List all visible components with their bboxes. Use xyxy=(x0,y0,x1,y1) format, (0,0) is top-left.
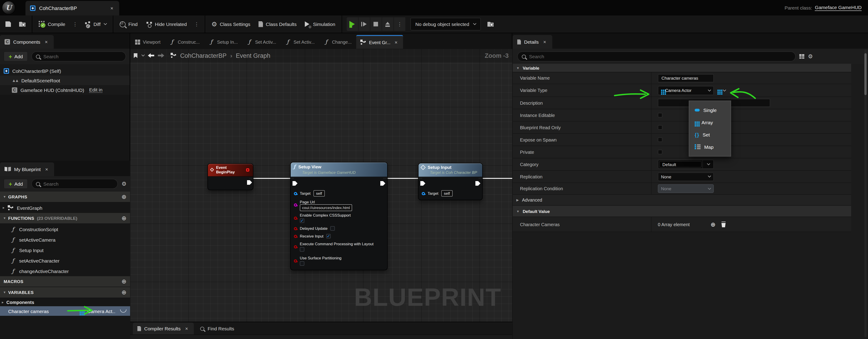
close-icon[interactable]: × xyxy=(184,326,189,332)
eject-button[interactable] xyxy=(382,17,394,31)
menu-item-array[interactable]: Array xyxy=(689,116,731,128)
scrollbar-thumb[interactable] xyxy=(864,53,867,95)
list-item-eventgraph[interactable]: ▸ EventGraph xyxy=(0,203,130,213)
enable-css-checkbox[interactable]: ✓ xyxy=(300,218,304,223)
details-settings-gear-icon[interactable]: ⚙ xyxy=(808,54,813,59)
edit-in-link[interactable]: Edit in xyxy=(89,87,102,93)
list-item-constructionscript[interactable]: ƒConstructionScript xyxy=(0,224,130,234)
add-function-icon[interactable]: ⊕ xyxy=(121,215,126,222)
tab-event-graph[interactable]: Event Gr...× xyxy=(356,35,403,49)
compile-options-icon[interactable]: ⋮ xyxy=(72,21,79,27)
details-scrollbar[interactable] xyxy=(864,50,867,337)
details-search-input[interactable]: Search xyxy=(517,52,796,61)
target-value[interactable]: self xyxy=(441,190,453,196)
list-item-setactivecamera[interactable]: ƒsetActiveCamera xyxy=(0,234,130,245)
exec-out-pin[interactable] xyxy=(380,181,385,186)
event-graph-canvas[interactable]: CohCharacterBP › Event Graph Zoom -3 Eve… xyxy=(130,49,512,322)
expose-on-spawn-checkbox[interactable] xyxy=(658,137,662,142)
list-item-setup-input[interactable]: ƒSetup Input xyxy=(0,245,130,255)
node-event-beginplay[interactable]: Event BeginPlay xyxy=(208,163,253,190)
expand-icon[interactable]: ▸ xyxy=(3,206,5,210)
tab-find-results[interactable]: Find Results xyxy=(200,322,234,334)
close-icon[interactable]: × xyxy=(43,39,49,45)
surface-partitioning-checkbox[interactable] xyxy=(300,261,304,266)
add-macro-icon[interactable]: ⊕ xyxy=(121,278,126,285)
simulation-button[interactable]: Simulation xyxy=(303,19,337,29)
target-pin[interactable] xyxy=(422,192,425,195)
private-checkbox[interactable] xyxy=(658,150,662,154)
save-button[interactable] xyxy=(4,20,13,29)
tab-change-active[interactable]: ƒChange... xyxy=(319,35,356,49)
compile-button[interactable]: Compile xyxy=(37,19,67,29)
add-blueprint-item-button[interactable]: +Add xyxy=(4,179,28,189)
close-icon[interactable]: × xyxy=(44,166,50,172)
component-row-defaultsceneroot[interactable]: ▲▲ DefaultSceneRoot xyxy=(0,75,130,85)
delegate-pin-icon[interactable] xyxy=(246,168,249,171)
nav-back-icon[interactable] xyxy=(148,53,154,58)
section-variables[interactable]: ▾ VARIABLES ⊕ xyxy=(0,287,130,298)
page-url-pin[interactable] xyxy=(294,204,297,207)
bookmark-chevron-icon[interactable] xyxy=(142,53,145,56)
component-row-gameface-hud[interactable]: Gameface HUD (CohtmlHUD) Edit in xyxy=(0,85,130,95)
blueprint-options-gear-icon[interactable]: ⚙ xyxy=(121,181,126,187)
tab-set-active-character[interactable]: ƒSet Activ... xyxy=(281,35,319,49)
play-button[interactable] xyxy=(347,17,359,31)
diff-button[interactable]: Diff xyxy=(83,19,108,29)
nav-forward-icon[interactable] xyxy=(158,53,164,58)
menu-item-set[interactable]: { }Set xyxy=(689,128,731,141)
stop-button[interactable] xyxy=(370,17,382,31)
hide-unrelated-button[interactable]: Hide Unrelated xyxy=(144,20,189,29)
exec-in-pin[interactable] xyxy=(420,181,425,186)
tab-compiler-results[interactable]: Compiler Results × xyxy=(133,322,194,334)
breadcrumb-page[interactable]: Event Graph xyxy=(236,52,271,59)
section-default-value[interactable]: ▼ Default Value xyxy=(513,206,851,217)
display-options-icon[interactable] xyxy=(799,54,804,59)
list-item-changeactivecharacter[interactable]: ƒchangeActiveCharacter xyxy=(0,266,130,276)
variable-row-character-cameras[interactable]: Character cameras Camera Act... xyxy=(0,306,130,316)
section-macros[interactable]: MACROS ⊕ xyxy=(0,276,130,287)
class-settings-button[interactable]: ⚙Class Settings xyxy=(210,19,252,29)
receive-input-pin[interactable] xyxy=(294,235,297,238)
tab-set-active-camera[interactable]: ƒSet Activ... xyxy=(242,35,280,49)
container-type-button[interactable] xyxy=(717,90,725,91)
eye-closed-icon[interactable] xyxy=(120,309,126,313)
section-variable[interactable]: ▼ Variable xyxy=(513,64,851,72)
target-value[interactable]: self xyxy=(313,190,324,196)
exec-in-pin[interactable] xyxy=(292,181,298,186)
execute-command-pin[interactable] xyxy=(294,245,297,248)
add-graph-icon[interactable]: ⊕ xyxy=(121,193,126,200)
find-button[interactable]: Find xyxy=(118,19,140,29)
close-icon[interactable]: × xyxy=(393,39,399,45)
component-row-self[interactable]: CohCharacterBP (Self) xyxy=(0,66,130,75)
target-pin[interactable] xyxy=(294,192,297,195)
tab-viewport[interactable]: Viewport xyxy=(131,35,164,49)
tab-construction-script[interactable]: ƒConstruc... xyxy=(165,35,204,49)
menu-item-single[interactable]: Single xyxy=(689,104,731,116)
tab-setup-input[interactable]: ƒSetup In... xyxy=(204,35,242,49)
category-dropdown[interactable]: Default xyxy=(658,160,714,169)
execute-command-checkbox[interactable] xyxy=(300,247,304,252)
add-array-element-icon[interactable]: ⊕ xyxy=(711,221,716,228)
exec-out-pin[interactable] xyxy=(475,181,480,186)
play-options-button[interactable]: ⋮ xyxy=(394,17,406,31)
tab-details[interactable]: Details × xyxy=(513,35,552,49)
variable-type-dropdown[interactable]: Camera Actor xyxy=(658,86,714,95)
debug-browse-button[interactable] xyxy=(486,20,496,28)
receive-input-checkbox[interactable]: ✓ xyxy=(326,234,331,239)
surface-partitioning-pin[interactable] xyxy=(294,259,297,263)
node-setup-input[interactable]: Setup Input Target is Coh Character BP T… xyxy=(418,163,483,200)
node-setup-view[interactable]: ƒ Setup View Target is Gameface GameHUD … xyxy=(290,162,388,270)
add-variable-icon[interactable]: ⊕ xyxy=(121,289,126,296)
frame-skip-button[interactable] xyxy=(359,17,370,31)
tab-components[interactable]: Components × xyxy=(0,35,54,49)
parent-class-link[interactable]: Gameface GameHUD xyxy=(815,5,862,11)
class-defaults-button[interactable]: Class Defaults xyxy=(257,19,299,29)
variable-name-input[interactable]: Character cameras xyxy=(658,74,714,82)
replication-dropdown[interactable]: None xyxy=(658,172,714,181)
delayed-update-pin[interactable] xyxy=(294,227,297,230)
clear-array-icon[interactable] xyxy=(721,221,726,227)
section-functions[interactable]: ▾ FUNCTIONS (23 OVERRIDABLE) ⊕ xyxy=(0,213,130,224)
instance-editable-checkbox[interactable] xyxy=(658,113,662,117)
bookmark-icon[interactable] xyxy=(134,53,137,58)
menu-item-map[interactable]: Map xyxy=(689,141,731,153)
